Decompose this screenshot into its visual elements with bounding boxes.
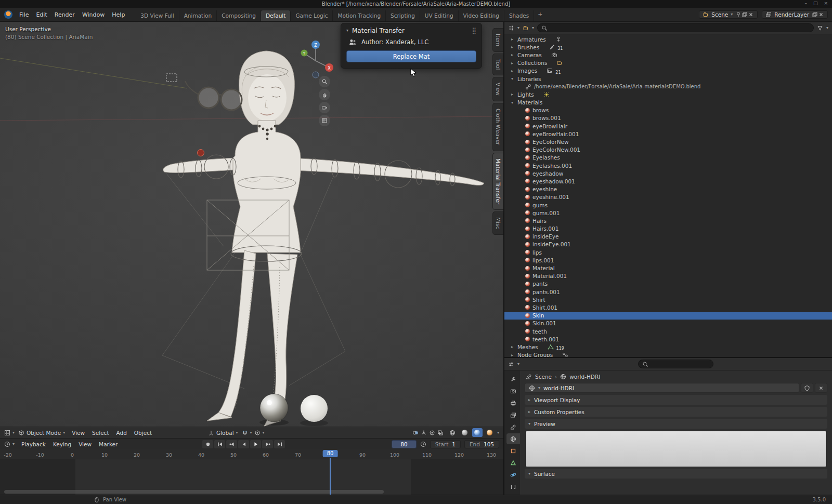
chevron-down-icon[interactable]: ▾ <box>497 431 499 435</box>
disclosure-collapsed-icon[interactable]: ▸ <box>510 353 515 357</box>
timeline-ruler[interactable]: -20-100102030405060708090100110120130 <box>0 449 503 459</box>
frame-start-field[interactable]: Start 1 <box>430 440 461 448</box>
properties-tab-physics[interactable] <box>506 469 520 480</box>
matte-sphere[interactable] <box>301 395 328 422</box>
workspace-tab-compositing[interactable]: Compositing <box>217 10 261 21</box>
disclosure-collapsed-icon[interactable]: ▸ <box>510 52 515 57</box>
outliner-row-eyeshadow[interactable]: eyeshadow <box>504 169 832 177</box>
new-window-icon[interactable] <box>742 11 748 18</box>
timeline-menu-keying[interactable]: Keying <box>50 440 74 448</box>
outliner-row-eyeshine[interactable]: eyeshine <box>504 185 832 193</box>
new-window-icon[interactable] <box>812 11 818 18</box>
transport-record-button[interactable] <box>202 440 213 448</box>
outliner-row-node-groups[interactable]: ▸Node Groups <box>504 351 832 357</box>
spheres-overlay-icon[interactable] <box>412 430 419 436</box>
menubar-menu-edit[interactable]: Edit <box>32 10 50 20</box>
outliner-row-eyeshine-001[interactable]: eyeshine.001 <box>504 193 832 201</box>
transport-jump-to-start-button[interactable] <box>214 440 225 448</box>
disclosure-collapsed-icon[interactable]: ▸ <box>510 45 515 49</box>
chevron-down-icon[interactable]: ▾ <box>826 26 828 30</box>
outliner-row-meshes[interactable]: ▸Meshes119 <box>504 343 832 351</box>
outliner-row-hairs[interactable]: Hairs <box>504 217 832 224</box>
outliner-row-lights[interactable]: ▸Lights <box>504 90 832 98</box>
chrome-sphere[interactable] <box>260 394 288 422</box>
display-mode-icon[interactable] <box>523 25 529 31</box>
properties-tab-constraints[interactable] <box>506 481 520 492</box>
navigation-gizmo[interactable]: Z X Y <box>301 41 334 78</box>
outliner-row-pants-001[interactable]: pants.001 <box>504 288 832 296</box>
3d-viewport[interactable]: Z X Y User Perspective (80) Scene Collec… <box>0 22 503 427</box>
outliner-row-teeth-001[interactable]: teeth.001 <box>504 335 832 343</box>
outliner-row-material[interactable]: Material <box>504 264 832 272</box>
workspace-tab-3d-view-full[interactable]: 3D View Full <box>136 10 179 21</box>
disclosure-expanded-icon[interactable]: ▾ <box>510 76 515 81</box>
disclosure-collapsed-icon[interactable]: ▸ <box>510 61 515 65</box>
shading-wireframe-button[interactable] <box>447 428 458 437</box>
viewport-menu-add[interactable]: Add <box>113 429 130 437</box>
workspace-tab-uv-editing[interactable]: UV Editing <box>420 10 459 21</box>
transform-orientation-selector[interactable]: Global ▾ <box>208 430 238 436</box>
workspace-tab-shades[interactable]: Shades <box>504 10 534 21</box>
pan-button[interactable] <box>319 89 330 100</box>
panel-header-custom-properties[interactable]: ▸Custom Properties <box>525 407 827 417</box>
replace-mat-button[interactable]: Replace Mat <box>346 50 476 62</box>
outliner-row-pants[interactable]: pants <box>504 280 832 288</box>
properties-tab-scene[interactable] <box>506 421 520 432</box>
outliner-row-libraries[interactable]: ▾Libraries <box>504 75 832 83</box>
outliner-row-skin[interactable]: Skin <box>504 312 832 320</box>
outliner-editor-icon[interactable] <box>508 25 514 31</box>
outliner-row-gums-001[interactable]: gums.001 <box>504 209 832 217</box>
outliner-row-armatures[interactable]: ▸Armatures <box>504 35 832 43</box>
workspace-tab-animation[interactable]: Animation <box>179 10 217 21</box>
outliner-row-eyebrowhair-001[interactable]: eyeBrowHair.001 <box>504 130 832 138</box>
transport-play-button[interactable] <box>250 440 261 448</box>
transport-jump-to-end-button[interactable] <box>274 440 285 448</box>
disclosure-collapsed-icon[interactable]: ▸ <box>510 92 515 97</box>
properties-tab-view-layer[interactable] <box>506 409 520 420</box>
playhead-line[interactable] <box>330 458 331 495</box>
pin-icon[interactable] <box>735 11 742 18</box>
outliner-row-brows-001[interactable]: brows.001 <box>504 114 832 122</box>
fake-user-shield-icon[interactable] <box>801 383 813 393</box>
timeline-tracks[interactable] <box>0 459 503 495</box>
maximize-icon[interactable]: □ <box>813 1 818 6</box>
timeline-editor-selector[interactable]: ▾ <box>4 441 15 447</box>
outliner-search[interactable] <box>537 23 814 32</box>
workspace-tab-scripting[interactable]: Scripting <box>386 10 420 21</box>
blender-logo-icon[interactable] <box>4 10 12 19</box>
playhead-frame-badge[interactable]: 80 <box>323 450 338 457</box>
outliner-row-shirt[interactable]: Shirt <box>504 296 832 303</box>
properties-search[interactable] <box>638 360 713 368</box>
outliner-row-gums[interactable]: gums <box>504 201 832 209</box>
chevron-down-icon[interactable]: ▾ <box>263 431 265 435</box>
shading-material-preview-button[interactable] <box>472 428 483 437</box>
toggle-projection-button[interactable] <box>319 115 330 126</box>
outliner-row-insideeye[interactable]: insideEye <box>504 233 832 241</box>
outliner-row-eyecolornew-001[interactable]: EyeColorNew.001 <box>504 146 832 154</box>
frame-end-field[interactable]: End 105 <box>464 440 499 448</box>
sidebar-tab-tool[interactable]: Tool <box>492 54 503 75</box>
menubar-menu-render[interactable]: Render <box>51 10 79 20</box>
sidebar-tab-material-transfer[interactable]: Material Transfer <box>492 153 503 210</box>
outliner-row-shirt-001[interactable]: Shirt.001 <box>504 303 832 311</box>
filter-icon[interactable] <box>817 25 823 31</box>
transport-next-keyframe-button[interactable] <box>262 440 273 448</box>
outliner-row-collections[interactable]: ▸Collections <box>504 59 832 67</box>
properties-editor-icon[interactable] <box>508 361 514 367</box>
workspace-tab-default[interactable]: Default <box>261 10 291 21</box>
outliner-row-eyelashes-001[interactable]: Eyelashes.001 <box>504 162 832 169</box>
timeline[interactable]: -20-100102030405060708090100110120130 80 <box>0 449 503 495</box>
outliner-row-eyecolornew[interactable]: EyeColorNew <box>504 138 832 145</box>
properties-tab-object[interactable] <box>506 445 520 456</box>
disclosure-collapsed-icon[interactable]: ▸ <box>510 37 515 42</box>
close-icon[interactable] <box>818 11 824 18</box>
menubar-menu-help[interactable]: Help <box>108 10 128 20</box>
outliner-row-eyeshadow-001[interactable]: eyeshadow.001 <box>504 177 832 185</box>
outliner-row-lips[interactable]: lips <box>504 248 832 256</box>
current-frame-field[interactable]: 80 <box>392 440 416 448</box>
xray-icon[interactable] <box>437 430 444 436</box>
chevron-down-icon[interactable]: ▾ <box>250 431 252 435</box>
properties-search-input[interactable] <box>651 361 709 367</box>
properties-tab-world[interactable] <box>506 433 520 444</box>
chevron-down-icon[interactable]: ▾ <box>517 26 519 30</box>
